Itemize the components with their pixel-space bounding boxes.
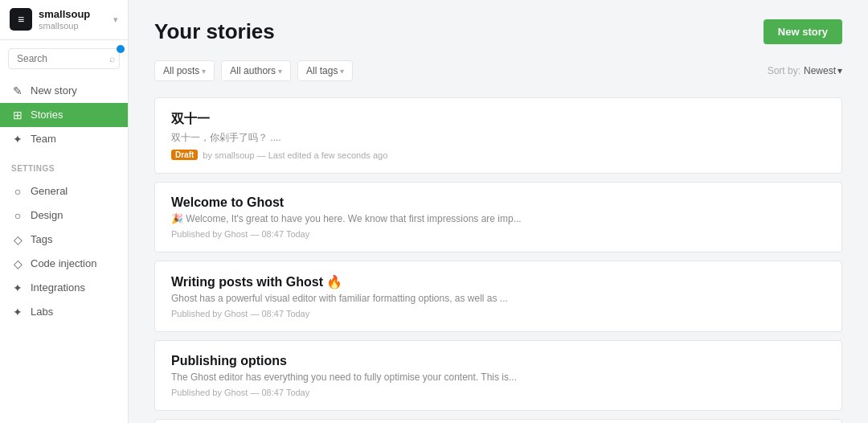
page-title: Your stories [154, 19, 275, 44]
story-list: 双十一 双十一，你剁手了吗？ .... Draftby smallsoup — … [154, 97, 842, 423]
sidebar: ≡ smallsoup smallsoup ▾ ⌕ ✎New story⊞Sto… [0, 0, 129, 423]
code-injection-icon: ◇ [11, 257, 24, 270]
main-nav: ✎New story⊞Stories✦Team [0, 76, 128, 154]
story-item[interactable]: Managing admin settings There are a coup… [154, 419, 842, 423]
sidebar-item-integrations[interactable]: ✦Integrations [0, 276, 128, 300]
sidebar-item-label: Labs [31, 306, 53, 318]
sidebar-item-label: New story [31, 84, 77, 97]
filter-all-posts[interactable]: All posts ▾ [154, 60, 215, 81]
brand-text: smallsoup smallsoup [39, 8, 90, 31]
brand-area[interactable]: ≡ smallsoup smallsoup ▾ [0, 0, 128, 40]
story-meta: Draftby smallsoup — Last edited a few se… [171, 150, 825, 160]
filter-all-posts-label: All posts [163, 65, 199, 76]
team-icon: ✦ [11, 133, 24, 146]
search-area: ⌕ [0, 40, 128, 76]
labs-icon: ✦ [11, 306, 24, 318]
story-title: 双十一 [171, 111, 825, 128]
brand-icon: ≡ [10, 8, 32, 31]
all-tags-chevron-icon: ▾ [340, 67, 344, 76]
sidebar-item-design[interactable]: ○Design [0, 203, 128, 228]
new-story-icon: ✎ [11, 84, 24, 97]
story-meta-text: Published by Ghost — 08:47 Today [171, 388, 309, 397]
settings-nav: ○General○Design◇Tags◇Code injection✦Inte… [0, 176, 128, 327]
filter-all-authors-label: All authors [230, 65, 276, 76]
story-excerpt: The Ghost editor has everything you need… [171, 372, 825, 383]
sort-value[interactable]: Newest ▾ [804, 65, 842, 76]
sidebar-item-team[interactable]: ✦Team [0, 127, 128, 151]
sidebar-item-label: General [31, 185, 68, 197]
filter-all-tags[interactable]: All tags ▾ [297, 60, 353, 81]
brand-sub: smallsoup [39, 21, 90, 31]
integrations-icon: ✦ [11, 281, 24, 294]
sidebar-item-label: Stories [31, 109, 63, 121]
story-title: Writing posts with Ghost 🔥 [171, 274, 825, 290]
sort-chevron-icon: ▾ [837, 65, 842, 76]
story-excerpt: Ghost has a powerful visual editor with … [171, 293, 825, 304]
story-meta: Published by Ghost — 08:47 Today [171, 229, 825, 239]
search-wrap: ⌕ [8, 48, 120, 69]
general-icon: ○ [11, 185, 24, 198]
story-item[interactable]: Welcome to Ghost 🎉 Welcome, It's great t… [154, 182, 842, 253]
sidebar-item-label: Code injection [31, 257, 96, 269]
sidebar-item-general[interactable]: ○General [0, 179, 128, 203]
design-icon: ○ [11, 209, 24, 222]
all-posts-chevron-icon: ▾ [202, 67, 206, 76]
settings-section-label: SETTINGS [0, 154, 128, 176]
filter-all-authors[interactable]: All authors ▾ [221, 60, 291, 81]
story-item[interactable]: 双十一 双十一，你剁手了吗？ .... Draftby smallsoup — … [154, 97, 842, 174]
new-story-button[interactable]: New story [764, 19, 842, 44]
story-meta-text: Published by Ghost — 08:47 Today [171, 309, 309, 318]
sidebar-item-tags[interactable]: ◇Tags [0, 228, 128, 252]
main-content: Your stories New story All posts ▾ All a… [129, 0, 868, 423]
all-authors-chevron-icon: ▾ [278, 67, 282, 76]
search-input[interactable] [8, 48, 120, 69]
story-excerpt: 🎉 Welcome, It's great to have you here. … [171, 213, 825, 224]
sort-label: Sort by: [768, 65, 800, 76]
story-meta: Published by Ghost — 08:47 Today [171, 388, 825, 397]
main-header: Your stories New story [154, 19, 842, 44]
filter-all-tags-label: All tags [306, 65, 338, 76]
sidebar-item-label: Design [31, 209, 63, 221]
story-meta: Published by Ghost — 08:47 Today [171, 309, 825, 318]
story-excerpt: 双十一，你剁手了吗？ .... [171, 131, 825, 145]
tags-icon: ◇ [11, 233, 24, 246]
sidebar-item-label: Integrations [31, 281, 85, 294]
brand-chevron-icon: ▾ [113, 14, 118, 25]
sidebar-item-stories[interactable]: ⊞Stories [0, 103, 128, 127]
draft-badge: Draft [171, 150, 198, 160]
story-title: Publishing options [171, 354, 825, 368]
notification-dot [117, 45, 125, 53]
sidebar-item-code-injection[interactable]: ◇Code injection [0, 252, 128, 276]
search-icon[interactable]: ⌕ [109, 53, 115, 64]
sidebar-item-labs[interactable]: ✦Labs [0, 300, 128, 324]
sort-value-text: Newest [804, 65, 836, 76]
story-meta-text: Published by Ghost — 08:47 Today [171, 229, 309, 239]
stories-icon: ⊞ [11, 109, 24, 121]
story-item[interactable]: Publishing options The Ghost editor has … [154, 340, 842, 411]
story-item[interactable]: Writing posts with Ghost 🔥 Ghost has a p… [154, 261, 842, 332]
story-meta-text: by smallsoup — Last edited a few seconds… [203, 150, 387, 160]
sidebar-item-label: Tags [31, 233, 52, 245]
story-title: Welcome to Ghost [171, 195, 825, 210]
brand-name: smallsoup [39, 8, 90, 21]
filters-bar: All posts ▾ All authors ▾ All tags ▾ Sor… [154, 60, 842, 81]
sidebar-item-label: Team [31, 133, 56, 145]
sidebar-item-new-story[interactable]: ✎New story [0, 79, 128, 103]
sort-wrap: Sort by: Newest ▾ [768, 65, 842, 76]
